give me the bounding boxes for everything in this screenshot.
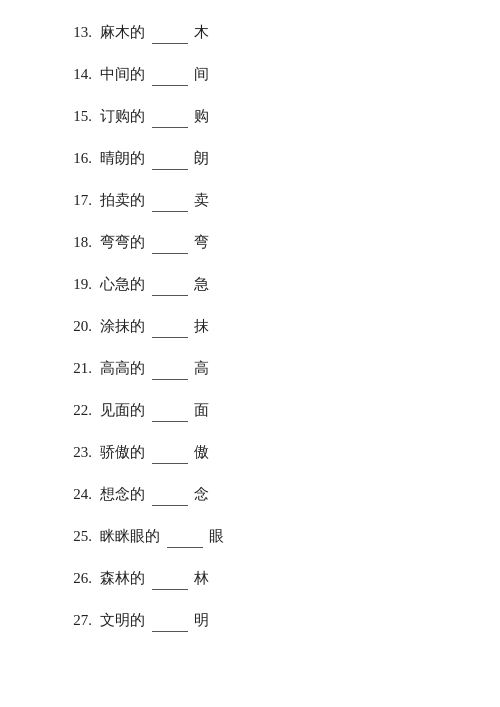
item-text: 心急的 急 [96, 272, 440, 296]
fill-blank[interactable] [152, 631, 188, 632]
item-text: 眯眯眼的 眼 [96, 524, 440, 548]
item-text: 麻木的 木 [96, 20, 440, 44]
item-text: 骄傲的 傲 [96, 440, 440, 464]
list-item: 14. 中间的 间 [60, 62, 440, 86]
fill-blank[interactable] [152, 505, 188, 506]
item-number: 23. [60, 440, 92, 464]
item-text: 高高的 高 [96, 356, 440, 380]
fill-blank[interactable] [152, 211, 188, 212]
item-number: 19. [60, 272, 92, 296]
fill-blank[interactable] [152, 295, 188, 296]
item-number: 15. [60, 104, 92, 128]
item-text: 订购的 购 [96, 104, 440, 128]
item-number: 16. [60, 146, 92, 170]
list-item: 19. 心急的 急 [60, 272, 440, 296]
item-text: 森林的 林 [96, 566, 440, 590]
item-text: 拍卖的 卖 [96, 188, 440, 212]
list-item: 25. 眯眯眼的 眼 [60, 524, 440, 548]
list-item: 16. 晴朗的 朗 [60, 146, 440, 170]
item-number: 17. [60, 188, 92, 212]
list-item: 21. 高高的 高 [60, 356, 440, 380]
item-text: 弯弯的 弯 [96, 230, 440, 254]
item-text: 想念的 念 [96, 482, 440, 506]
item-number: 13. [60, 20, 92, 44]
item-number: 22. [60, 398, 92, 422]
fill-blank[interactable] [152, 379, 188, 380]
item-text: 中间的 间 [96, 62, 440, 86]
item-number: 18. [60, 230, 92, 254]
fill-blank[interactable] [152, 421, 188, 422]
item-number: 20. [60, 314, 92, 338]
item-text: 晴朗的 朗 [96, 146, 440, 170]
list-item: 17. 拍卖的 卖 [60, 188, 440, 212]
list-item: 27. 文明的 明 [60, 608, 440, 632]
fill-blank[interactable] [152, 337, 188, 338]
main-content: 13. 麻木的 木14. 中间的 间15. 订购的 购16. 晴朗的 朗17. … [0, 0, 500, 680]
fill-blank[interactable] [152, 169, 188, 170]
item-number: 24. [60, 482, 92, 506]
list-item: 24. 想念的 念 [60, 482, 440, 506]
item-text: 见面的 面 [96, 398, 440, 422]
fill-blank[interactable] [152, 463, 188, 464]
item-text: 文明的 明 [96, 608, 440, 632]
list-item: 26. 森林的 林 [60, 566, 440, 590]
list-item: 13. 麻木的 木 [60, 20, 440, 44]
item-number: 27. [60, 608, 92, 632]
item-text: 涂抹的 抹 [96, 314, 440, 338]
list-item: 23. 骄傲的 傲 [60, 440, 440, 464]
fill-blank[interactable] [152, 589, 188, 590]
fill-blank[interactable] [152, 85, 188, 86]
list-item: 18. 弯弯的 弯 [60, 230, 440, 254]
fill-blank[interactable] [152, 127, 188, 128]
fill-blank[interactable] [167, 547, 203, 548]
item-number: 14. [60, 62, 92, 86]
item-number: 26. [60, 566, 92, 590]
item-number: 21. [60, 356, 92, 380]
list-item: 20. 涂抹的 抹 [60, 314, 440, 338]
item-number: 25. [60, 524, 92, 548]
list-item: 22. 见面的 面 [60, 398, 440, 422]
fill-blank[interactable] [152, 253, 188, 254]
list-item: 15. 订购的 购 [60, 104, 440, 128]
fill-blank[interactable] [152, 43, 188, 44]
